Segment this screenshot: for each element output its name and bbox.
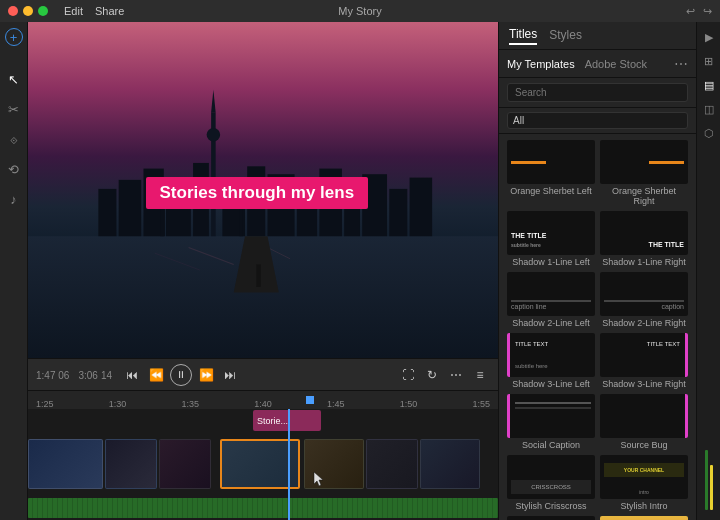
template-name-shadow3-line-right: Shadow 3-Line Right — [600, 379, 688, 389]
right-tool-2[interactable]: ⊞ — [700, 52, 718, 70]
tool-audio[interactable]: ♪ — [3, 188, 25, 210]
template-thumb-orange-sherbet-right — [600, 140, 688, 184]
svg-rect-17 — [98, 189, 116, 236]
traffic-lights — [8, 6, 48, 16]
template-name-social-caption: Social Caption — [507, 440, 595, 450]
subtab-adobe-stock[interactable]: Adobe Stock — [585, 58, 647, 70]
maximize-button[interactable] — [38, 6, 48, 16]
thumb-text: THE TITLE — [649, 241, 684, 249]
filter-bar: All — [499, 108, 696, 134]
template-shadow3-line-right[interactable]: TITLE TEXT Shadow 3-Line Right — [600, 333, 688, 389]
ruler-mark-0: 1:25 — [36, 399, 54, 409]
tracks-container: Storie... — [28, 409, 498, 520]
edit-menu[interactable]: Edit — [64, 5, 83, 17]
thumb-text: THE TITLEsubtitle here — [511, 232, 546, 249]
template-shadow1-line-right[interactable]: THE TITLE Shadow 1-Line Right — [600, 211, 688, 267]
step-forward-button[interactable]: ⏩ — [196, 365, 216, 385]
template-stylish-intro[interactable]: YOUR CHANNEL intro Stylish Intro — [600, 455, 688, 511]
timeline-playhead-title — [288, 409, 290, 433]
thumb-label: intro — [639, 489, 649, 495]
fullscreen-button[interactable]: ⛶ — [398, 365, 418, 385]
svg-rect-18 — [119, 180, 142, 236]
more-options-icon[interactable]: ⋯ — [674, 56, 688, 72]
template-source-bug[interactable]: Source Bug — [600, 394, 688, 450]
minimize-button[interactable] — [23, 6, 33, 16]
template-orange-sherbet-left[interactable]: Orange Sherbet Left — [507, 140, 595, 206]
template-stylish-outro[interactable]: YOUR CHANNEL Stylish Outro — [507, 516, 595, 520]
title-clip[interactable]: Storie... — [253, 410, 321, 431]
video-clip-6[interactable] — [366, 439, 418, 489]
loop-button[interactable]: ↻ — [422, 365, 442, 385]
template-shadow3-line-left[interactable]: TITLE TEXT subtitle here Shadow 3-Line L… — [507, 333, 595, 389]
template-shadow1-line-left[interactable]: THE TITLEsubtitle here Shadow 1-Line Lef… — [507, 211, 595, 267]
video-clip-2[interactable] — [105, 439, 157, 489]
right-tool-3[interactable]: ▤ — [700, 76, 718, 94]
template-sunrise[interactable]: Sunrise — [600, 516, 688, 520]
template-name-stylish-crisscross: Stylish Crisscross — [507, 501, 595, 511]
thumb-text: caption — [661, 303, 684, 310]
tab-titles[interactable]: Titles — [509, 27, 537, 45]
search-bar — [499, 78, 696, 108]
tool-select[interactable]: ↖ — [3, 68, 25, 90]
right-tool-4[interactable]: ◫ — [700, 100, 718, 118]
template-name-shadow1-line-left: Shadow 1-Line Left — [507, 257, 595, 267]
ruler-mark-2: 1:35 — [181, 399, 199, 409]
video-clip-7[interactable] — [420, 439, 480, 489]
center-content: Stories through my lens 1:47 06 3:06 14 … — [28, 22, 498, 520]
duration-frames: 14 — [101, 370, 112, 381]
template-thumb-shadow1-line-left: THE TITLEsubtitle here — [507, 211, 595, 255]
tool-cut[interactable]: ✂ — [3, 98, 25, 120]
template-shadow2-line-right[interactable]: caption Shadow 2-Line Right — [600, 272, 688, 328]
template-thumb-shadow3-line-left: TITLE TEXT subtitle here — [507, 333, 595, 377]
right-tool-5[interactable]: ⬡ — [700, 124, 718, 142]
window-title: My Story — [338, 5, 381, 17]
video-clip-5[interactable] — [304, 439, 364, 489]
template-thumb-source-bug — [600, 394, 688, 438]
template-thumb-stylish-crisscross: CRISSCROSS — [507, 455, 595, 499]
skip-forward-button[interactable]: ⏭ — [220, 365, 240, 385]
tab-styles[interactable]: Styles — [549, 28, 582, 44]
template-orange-sherbet-right[interactable]: Orange Sherbet Right — [600, 140, 688, 206]
right-tool-1[interactable]: ▶ — [700, 28, 718, 46]
video-title-overlay: Stories through my lens — [146, 177, 369, 209]
close-button[interactable] — [8, 6, 18, 16]
template-social-caption[interactable]: Social Caption — [507, 394, 595, 450]
template-name-orange-sherbet-left: Orange Sherbet Left — [507, 186, 595, 196]
transport-bar: 1:47 06 3:06 14 ⏮ ⏪ ⏸ ⏩ ⏭ ⛶ ↻ ⋯ ≡ — [28, 358, 498, 390]
panel-subheader: My Templates Adobe Stock ⋯ — [499, 50, 696, 78]
template-thumb-shadow3-line-right: TITLE TEXT — [600, 333, 688, 377]
template-thumb-orange-sherbet-left — [507, 140, 595, 184]
add-media-button[interactable]: + — [5, 28, 23, 46]
search-input[interactable] — [507, 83, 688, 102]
template-name-shadow1-line-right: Shadow 1-Line Right — [600, 257, 688, 267]
timeline-playhead-audio — [288, 495, 290, 520]
thumb-text: TITLE TEXT — [515, 341, 548, 347]
play-pause-button[interactable]: ⏸ — [170, 364, 192, 386]
template-thumb-stylish-intro: YOUR CHANNEL intro — [600, 455, 688, 499]
tool-transition[interactable]: ⟐ — [3, 128, 25, 150]
transport-right-controls: ⛶ ↻ ⋯ ≡ — [398, 365, 490, 385]
thumb-subtext: subtitle here — [515, 363, 548, 369]
filter-select[interactable]: All — [507, 112, 688, 129]
ruler-mark-4: 1:45 — [327, 399, 345, 409]
subtab-my-templates[interactable]: My Templates — [507, 58, 575, 70]
skip-back-button[interactable]: ⏮ — [122, 365, 142, 385]
template-shadow2-line-left[interactable]: caption line Shadow 2-Line Left — [507, 272, 595, 328]
template-stylish-crisscross[interactable]: CRISSCROSS Stylish Crisscross — [507, 455, 595, 511]
share-menu[interactable]: Share — [95, 5, 124, 17]
template-name-shadow3-line-left: Shadow 3-Line Left — [507, 379, 595, 389]
audio-clip[interactable] — [28, 498, 498, 518]
settings-button[interactable]: ≡ — [470, 365, 490, 385]
video-clip-1[interactable] — [28, 439, 103, 489]
panel-header: Titles Styles — [499, 22, 696, 50]
tool-rotate[interactable]: ⟲ — [3, 158, 25, 180]
video-track — [28, 433, 498, 495]
template-name-stylish-intro: Stylish Intro — [600, 501, 688, 511]
more-options-button[interactable]: ⋯ — [446, 365, 466, 385]
title-track: Storie... — [28, 409, 498, 433]
video-clip-3[interactable] — [159, 439, 211, 489]
step-back-button[interactable]: ⏪ — [146, 365, 166, 385]
ruler-mark-1: 1:30 — [109, 399, 127, 409]
right-icon-toolbar: ▶ ⊞ ▤ ◫ ⬡ — [696, 22, 720, 520]
timeline-playhead-video — [288, 433, 290, 495]
